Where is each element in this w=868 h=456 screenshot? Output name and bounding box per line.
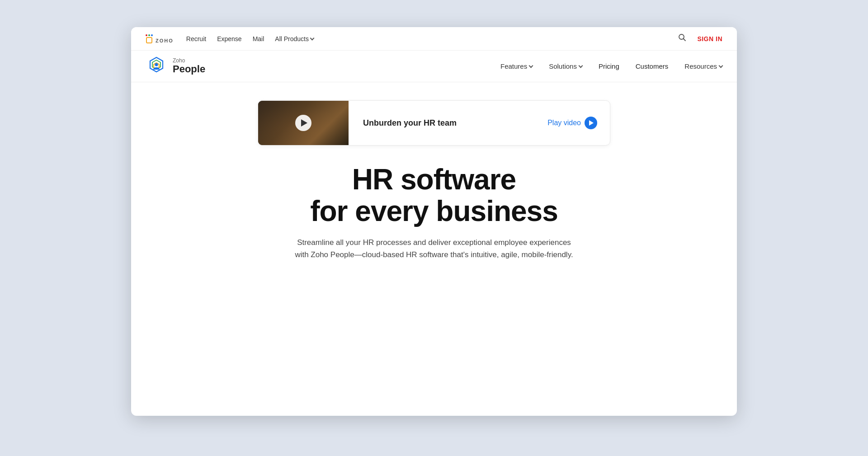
- logo-square-red: [146, 34, 147, 36]
- play-video-triangle-icon: [589, 120, 594, 126]
- browser-window: ZOHO Recruit Expense Mail All Products: [131, 27, 737, 416]
- logo-square-yellow: [146, 37, 152, 43]
- top-bar-left: ZOHO Recruit Expense Mail All Products: [146, 34, 314, 43]
- hero-subtext: Streamline all your HR processes and del…: [294, 236, 574, 261]
- chevron-down-icon: [719, 64, 723, 68]
- nav-expense[interactable]: Expense: [217, 35, 241, 42]
- video-banner-text: Unburden your HR team: [349, 118, 547, 128]
- sign-in-button[interactable]: SIGN IN: [697, 35, 722, 42]
- nav-solutions[interactable]: Solutions: [549, 62, 582, 70]
- product-nav: Zoho People Features Solutions Pricing C…: [131, 51, 737, 82]
- main-content: Unburden your HR team Play video HR soft…: [131, 82, 737, 282]
- people-icon: [146, 56, 167, 77]
- zoho-wordmark: ZOHO: [156, 38, 174, 43]
- product-name: Zoho People: [173, 57, 205, 75]
- product-brand-zoho: Zoho: [173, 57, 205, 64]
- product-nav-links: Features Solutions Pricing Customers Res…: [500, 62, 722, 70]
- nav-recruit[interactable]: Recruit: [186, 35, 206, 42]
- nav-customers[interactable]: Customers: [636, 62, 669, 70]
- product-brand-name: People: [173, 64, 205, 75]
- logo-square-blue: [151, 34, 153, 36]
- svg-line-1: [684, 39, 686, 41]
- chevron-down-icon: [310, 36, 315, 41]
- play-button[interactable]: [295, 115, 311, 131]
- chevron-down-icon: [578, 64, 583, 68]
- play-triangle-icon: [301, 119, 307, 127]
- nav-resources[interactable]: Resources: [684, 62, 722, 70]
- top-nav: Recruit Expense Mail All Products: [186, 35, 314, 42]
- play-video-circle-icon: [585, 117, 597, 129]
- video-banner: Unburden your HR team Play video: [258, 100, 610, 146]
- search-icon: [678, 33, 686, 42]
- nav-all-products[interactable]: All Products: [275, 35, 314, 42]
- product-logo: Zoho People: [146, 56, 205, 77]
- zoho-logo: ZOHO: [146, 34, 174, 43]
- chevron-down-icon: [529, 64, 533, 68]
- nav-mail[interactable]: Mail: [253, 35, 264, 42]
- logo-square-green: [148, 34, 150, 36]
- nav-pricing[interactable]: Pricing: [599, 62, 619, 70]
- top-bar-right: SIGN IN: [678, 33, 722, 44]
- hero-headline: HR software for every business: [310, 164, 558, 227]
- top-bar: ZOHO Recruit Expense Mail All Products: [131, 27, 737, 51]
- svg-point-5: [155, 63, 158, 66]
- nav-features[interactable]: Features: [500, 62, 533, 70]
- search-button[interactable]: [678, 33, 686, 44]
- video-thumbnail[interactable]: [258, 100, 349, 146]
- play-video-button[interactable]: Play video: [547, 117, 597, 129]
